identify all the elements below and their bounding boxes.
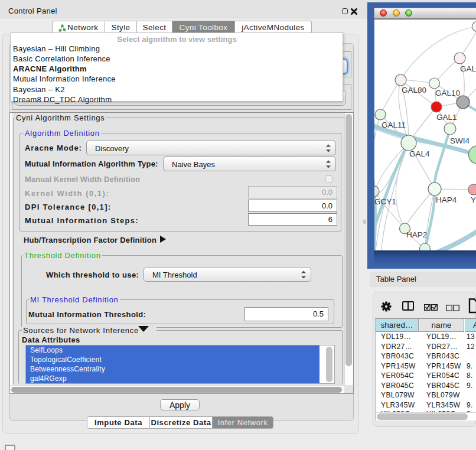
svg-text:GAL1: GAL1 [436, 113, 457, 122]
svg-text:HAP2: HAP2 [406, 230, 427, 239]
svg-text:GAL11: GAL11 [382, 120, 406, 129]
svg-text:HAP4: HAP4 [436, 195, 457, 204]
svg-text:Y: Y [471, 195, 476, 204]
svg-text:SWI4: SWI4 [450, 136, 470, 145]
svg-text:GAL2: GAL2 [460, 64, 476, 73]
svg-text:GAL4: GAL4 [409, 149, 430, 158]
svg-text:GAL80: GAL80 [402, 86, 426, 94]
svg-text:GAL10: GAL10 [435, 89, 460, 97]
svg-text:GCY1: GCY1 [374, 197, 396, 206]
